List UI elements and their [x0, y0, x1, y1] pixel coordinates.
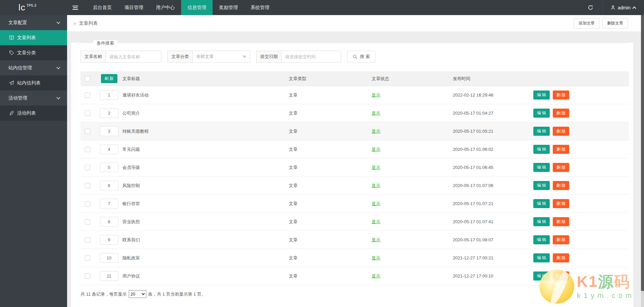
- chevron-down-icon: [56, 20, 60, 24]
- status-toggle-link[interactable]: 显示: [372, 147, 380, 152]
- edit-button[interactable]: 编 辑: [533, 235, 550, 244]
- add-article-button[interactable]: 添加文章: [574, 18, 599, 28]
- edit-button[interactable]: 编 辑: [533, 253, 550, 262]
- row-checkbox[interactable]: [85, 111, 90, 116]
- delete-button[interactable]: 删 除: [553, 199, 569, 208]
- chevron-down-icon: [56, 96, 60, 99]
- nav-item-home[interactable]: 后台首页: [87, 0, 118, 15]
- vertical-scrollbar[interactable]: [641, 15, 644, 307]
- edit-button[interactable]: 编 辑: [533, 90, 550, 100]
- refresh-icon[interactable]: [578, 0, 603, 15]
- sidebar-item-label: 文章分类: [17, 50, 36, 56]
- sidebar-item-article-category[interactable]: 文章分类: [0, 45, 67, 60]
- row-checkbox[interactable]: [85, 273, 90, 279]
- row-sort-input[interactable]: [100, 181, 118, 190]
- edit-button[interactable]: 编 辑: [533, 145, 550, 154]
- nav-item-information[interactable]: 信息管理: [181, 0, 213, 15]
- delete-button[interactable]: 删 除: [553, 90, 569, 100]
- scrollbar-thumb[interactable]: [641, 15, 644, 291]
- delete-button[interactable]: 删 除: [553, 217, 569, 226]
- edit-button[interactable]: 编 辑: [533, 127, 550, 136]
- pagination-prefix: 共 11 条记录，每页显示: [80, 291, 127, 297]
- status-toggle-link[interactable]: 显示: [372, 111, 380, 116]
- row-checkbox[interactable]: [85, 255, 90, 261]
- refresh-button[interactable]: 刷 新: [101, 74, 117, 83]
- row-checkbox[interactable]: [85, 201, 90, 206]
- nav-item-rewards[interactable]: 奖励管理: [213, 0, 244, 15]
- select-all-checkbox[interactable]: [85, 76, 90, 81]
- edit-button[interactable]: 编 辑: [533, 109, 550, 118]
- row-sort-input[interactable]: [100, 144, 118, 154]
- sidebar-group-article-config[interactable]: 文章配置: [0, 15, 67, 30]
- row-sort-input[interactable]: [100, 253, 118, 263]
- delete-article-button[interactable]: 删除文章: [602, 18, 628, 28]
- sidebar-item-article-list[interactable]: 文章列表: [0, 30, 67, 45]
- status-toggle-link[interactable]: 显示: [372, 165, 380, 170]
- sidebar-group-site-mail[interactable]: 站内信管理: [0, 60, 67, 75]
- delete-button[interactable]: 删 除: [553, 145, 569, 154]
- page-size-select[interactable]: 20: [129, 290, 146, 298]
- delete-button[interactable]: 删 除: [553, 127, 569, 136]
- status-toggle-link[interactable]: 显示: [372, 255, 380, 260]
- delete-button[interactable]: 删 除: [553, 271, 569, 281]
- article-table: 刷 新 文章标题 文章类型 文章状态 发布时间 邀请好友活动 文章 显示 202…: [80, 71, 629, 285]
- user-menu[interactable]: admin: [603, 0, 644, 15]
- status-toggle-link[interactable]: 显示: [372, 219, 380, 224]
- status-toggle-link[interactable]: 显示: [372, 93, 380, 98]
- row-checkbox[interactable]: [85, 219, 90, 225]
- sidebar-group-activity[interactable]: 活动管理: [0, 90, 67, 106]
- row-checkbox[interactable]: [85, 147, 90, 152]
- search-icon: [353, 54, 358, 59]
- pagination-suffix: 条，共 1 页当前显示第 1 页。: [148, 291, 206, 297]
- publish-time: 2020-05-17 01:06:45: [453, 165, 533, 170]
- sidebar-item-activity-list[interactable]: 活动列表: [0, 106, 67, 121]
- row-checkbox[interactable]: [85, 93, 90, 98]
- nav-item-users[interactable]: 用户中心: [150, 0, 181, 15]
- row-sort-input[interactable]: [100, 199, 118, 208]
- row-checkbox[interactable]: [85, 183, 90, 188]
- search-button[interactable]: 搜 索: [347, 51, 375, 63]
- row-sort-input[interactable]: [100, 126, 118, 136]
- article-name-input[interactable]: [106, 51, 161, 63]
- nav-item-system[interactable]: 系统管理: [244, 0, 276, 15]
- delete-button[interactable]: 删 除: [553, 235, 569, 244]
- category-select-value: 全部文章: [196, 54, 214, 60]
- status-toggle-link[interactable]: 显示: [372, 129, 380, 134]
- delete-button[interactable]: 删 除: [553, 163, 569, 172]
- category-select[interactable]: 全部文章: [193, 51, 250, 63]
- edit-button[interactable]: 编 辑: [533, 181, 550, 190]
- row-sort-input[interactable]: [100, 235, 118, 245]
- submit-date-input[interactable]: [281, 51, 341, 63]
- row-sort-input[interactable]: [100, 108, 118, 118]
- hamburger-icon[interactable]: [67, 0, 83, 15]
- row-sort-input[interactable]: [100, 90, 118, 100]
- nav-item-projects[interactable]: 项目管理: [118, 0, 150, 15]
- chevron-down-icon: [56, 65, 60, 69]
- status-toggle-link[interactable]: 显示: [372, 201, 380, 206]
- delete-button[interactable]: 删 除: [553, 181, 569, 190]
- publish-time: 2020-05-17 01:07:21: [453, 201, 533, 206]
- delete-button[interactable]: 删 除: [553, 253, 569, 262]
- status-toggle-link[interactable]: 显示: [372, 183, 380, 188]
- row-sort-input[interactable]: [100, 163, 118, 172]
- edit-button[interactable]: 编 辑: [533, 217, 550, 226]
- delete-button[interactable]: 删 除: [553, 109, 569, 118]
- edit-button[interactable]: 编 辑: [533, 163, 550, 172]
- article-name-filter: 文章名称: [80, 51, 161, 63]
- row-checkbox[interactable]: [85, 129, 90, 134]
- table-row: 联系我们 文章 显示 2020-05-17 01:08:07 编 辑 删 除: [80, 231, 629, 249]
- row-checkbox[interactable]: [85, 165, 90, 170]
- table-row: 银行存管 文章 显示 2020-05-17 01:07:21 编 辑 删 除: [80, 195, 629, 213]
- caret-down-icon: [243, 56, 247, 58]
- edit-button[interactable]: 编 辑: [533, 199, 550, 208]
- row-sort-input[interactable]: [100, 217, 118, 227]
- sidebar-item-site-mail-list[interactable]: 站内信列表: [0, 75, 67, 90]
- article-category-label: 文章分类: [167, 51, 193, 63]
- article-title: 公司简介: [122, 110, 289, 116]
- status-toggle-link[interactable]: 显示: [372, 237, 380, 242]
- row-sort-input[interactable]: [100, 271, 118, 281]
- submit-date-filter: 提交日期: [256, 51, 341, 63]
- status-toggle-link[interactable]: 显示: [372, 273, 380, 279]
- row-checkbox[interactable]: [85, 237, 90, 243]
- edit-button[interactable]: 编 辑: [533, 271, 550, 281]
